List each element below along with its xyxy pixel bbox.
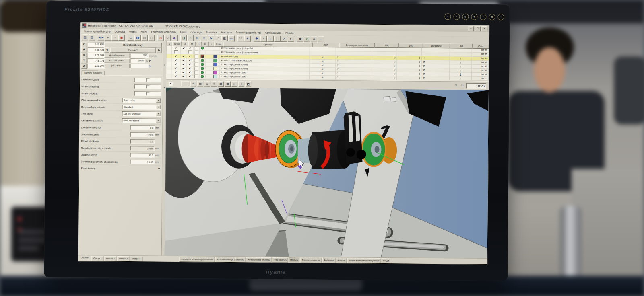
param-input[interactable]: 19.98	[130, 160, 155, 164]
menu-item-3[interactable]: Widok	[127, 30, 139, 33]
dropdown-arrow-icon[interactable]: ▾	[156, 105, 161, 109]
toolbar-button-6-2[interactable]: ✦	[244, 35, 251, 41]
viewport-right-tool-2[interactable]: ↻	[460, 84, 465, 88]
menu-item-1[interactable]: Numer identyfikacyjny	[82, 30, 113, 33]
checkbox-empty[interactable]	[194, 46, 198, 50]
view-tab-1[interactable]: Konstrukcja obrabianego przedmiotu	[179, 257, 215, 262]
osd-button-4[interactable]: ◉	[471, 14, 477, 20]
toolbar-button-3-3[interactable]: ▤	[141, 35, 148, 41]
machine-3d-viewport[interactable]: 2 1	[165, 88, 489, 259]
column-header-Wycofanie[interactable]: Wycofanie	[423, 43, 450, 49]
viewport-right-tool-1[interactable]: ⛉	[453, 83, 458, 88]
toolbar-button-7-6[interactable]: ➤	[288, 36, 294, 42]
column-header-K[interactable]: K	[202, 42, 209, 47]
checkbox-empty[interactable]	[194, 50, 198, 54]
check-icon-dim[interactable]: ✔	[189, 47, 192, 50]
check-icon-dim[interactable]: ✔	[175, 46, 177, 49]
feed-input[interactable]: 150	[131, 53, 149, 58]
param-select[interactable]: Kąt linii śrubowej▾	[122, 111, 161, 117]
edge-tab-2[interactable]: Ostrze 2	[104, 256, 117, 261]
column-header-Kąt[interactable]: Kąt	[450, 43, 473, 48]
checkbox-empty[interactable]	[194, 54, 198, 58]
menu-item-5[interactable]: Przedmiot obrabiany	[149, 30, 178, 33]
toolbar-button-2-1[interactable]: ◄►	[98, 34, 104, 40]
osd-button-5[interactable]: ≡	[480, 14, 486, 20]
check-icon[interactable]: ✔	[189, 55, 191, 58]
column-header-REP[interactable]: REP	[313, 43, 339, 48]
menu-item-7[interactable]: Operacja	[188, 31, 204, 33]
feed-button[interactable]: Aktualny posuw	[104, 53, 130, 58]
check-icon[interactable]: ✔	[189, 59, 191, 62]
view-tab-5[interactable]: Maszyna	[289, 257, 300, 263]
axis-button-A[interactable]: A	[81, 47, 87, 52]
check-icon[interactable]: ✔	[175, 62, 177, 66]
dropdown-arrow-icon[interactable]: ▾	[156, 112, 160, 116]
osd-button-2[interactable]: ☀	[453, 13, 460, 20]
dropdown-arrow-icon[interactable]: ▾	[156, 119, 160, 123]
param-checkbox[interactable]	[146, 85, 150, 88]
menu-item-10[interactable]: Przemieszczenia osi	[234, 31, 263, 34]
menu-item-11[interactable]: Administrator	[263, 31, 283, 34]
check-icon[interactable]: ✔	[175, 54, 177, 58]
check-icon[interactable]: ✔	[182, 67, 185, 70]
check-icon[interactable]: ✔	[175, 58, 177, 62]
close-button[interactable]: ×	[481, 26, 487, 31]
menu-item-4[interactable]: Kolor	[139, 30, 149, 33]
osd-button-3[interactable]: ▤	[462, 14, 469, 20]
general-tab-label[interactable]: Ogólnie	[80, 256, 89, 259]
column-header-M[interactable]: M	[188, 41, 196, 46]
minimize-button[interactable]: –	[468, 26, 474, 31]
toolbar-button-5-2[interactable]: ⌂	[187, 35, 194, 41]
column-header-Kolor[interactable]: Kolor	[214, 42, 223, 47]
check-icon[interactable]: ✔	[189, 63, 191, 66]
viewport-tool-6[interactable]: ▦	[225, 81, 231, 87]
axis-button-Z[interactable]: Z	[81, 64, 87, 69]
checkbox-empty[interactable]	[174, 50, 178, 54]
next-edge-button[interactable]: ▶	[157, 48, 162, 53]
check-icon[interactable]: ✔	[182, 71, 185, 74]
view-tab-9[interactable]: Rekord sterowania numerycznego	[347, 258, 381, 263]
viewport-tool-4[interactable]: ⇧	[211, 81, 217, 87]
view-tab-3[interactable]: Przedstawienie przekroju	[246, 257, 272, 263]
override-button[interactable]: Prz. poł. przem.	[104, 58, 130, 63]
menu-item-8[interactable]: Ściernica	[204, 31, 219, 33]
osd-button-1[interactable]: ◐	[444, 13, 451, 20]
toolbar-button-7-1[interactable]: ✚	[254, 35, 260, 41]
param-checkbox[interactable]	[146, 92, 149, 95]
column-header-Szlifo[interactable]: Szlifo	[172, 41, 181, 46]
column-header-↑[interactable]: ↑	[208, 42, 214, 47]
viewport-tool-5[interactable]: ▦	[218, 81, 224, 87]
maximize-button[interactable]: □	[475, 26, 481, 31]
viewport-tool-1[interactable]: ↖	[190, 81, 196, 86]
toolbar-button-4-3[interactable]: ◆	[171, 35, 178, 41]
check-icon[interactable]: ✔	[189, 71, 191, 74]
toolbar-button-6-1[interactable]: ⛉	[237, 35, 244, 41]
expander-row[interactable]: Rozszerzony▼	[80, 165, 160, 171]
dropdown-arrow-icon[interactable]: ▾	[156, 99, 161, 103]
toolbar-button-5-4[interactable]: ≡	[201, 35, 207, 41]
param-select[interactable]: Szer. zęba▾	[122, 98, 161, 103]
toolbar-button-1-1[interactable]: ▥	[82, 34, 88, 40]
toolbar-button-1-2[interactable]: ▥	[89, 34, 95, 40]
toolbar-button-8-2[interactable]: ⊘	[304, 36, 310, 42]
check-icon[interactable]: ✔	[174, 74, 177, 78]
column-header-Czas[interactable]: Czas	[473, 44, 489, 49]
checkbox-empty[interactable]	[194, 58, 198, 62]
checkbox-empty[interactable]	[194, 74, 198, 78]
checkbox-empty[interactable]	[194, 66, 198, 70]
check-icon[interactable]: ✔	[189, 75, 191, 78]
toolbar-button-5-8[interactable]: ▬	[228, 35, 235, 41]
param-select[interactable]: Standard▾	[122, 105, 161, 110]
toolbar-button-3-1[interactable]: ▭	[128, 35, 134, 41]
prev-edge-button[interactable]: ◀	[104, 47, 109, 53]
play-icon[interactable]: ▷	[149, 64, 151, 68]
toolbar-button-7-4[interactable]: ⬚	[274, 35, 281, 41]
param-select[interactable]: Brak obliczenia▾	[122, 118, 161, 123]
param-input[interactable]: 0.0	[130, 125, 155, 130]
edge-tab-3[interactable]: Ostrze 3	[117, 256, 130, 261]
check-icon[interactable]: ✔	[174, 70, 177, 74]
menu-item-2[interactable]: Obróbka	[113, 30, 127, 33]
check-icon[interactable]: ✔	[182, 55, 185, 58]
viewport-tool-7[interactable]: ⇤	[231, 81, 237, 87]
checkbox-empty[interactable]	[194, 62, 198, 66]
